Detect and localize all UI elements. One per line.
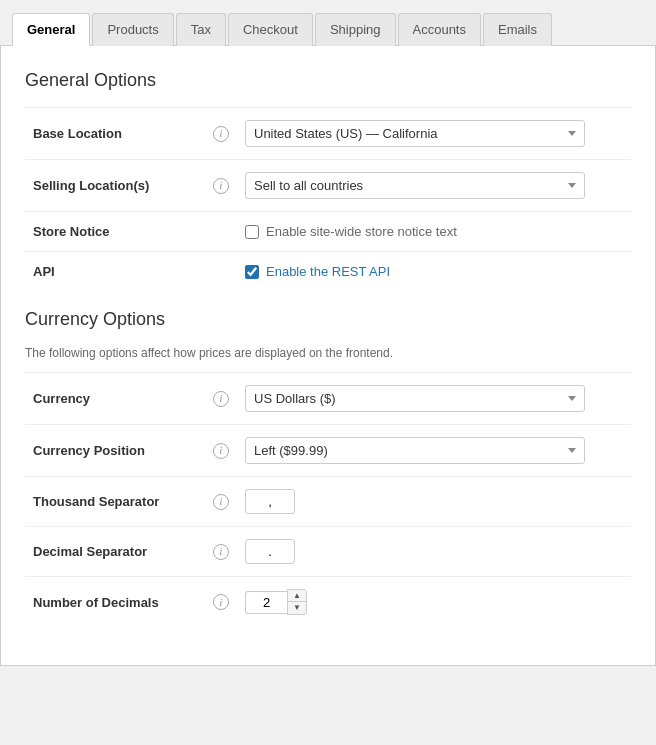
- general-options-table: Base Location i United States (US) — Cal…: [25, 107, 631, 291]
- tab-accounts[interactable]: Accounts: [398, 13, 481, 46]
- decrement-button[interactable]: ▼: [288, 602, 306, 614]
- currency-label: Currency: [25, 373, 205, 425]
- table-row: Store Notice Enable site-wide store noti…: [25, 212, 631, 252]
- selling-locations-help-cell: i: [205, 160, 237, 212]
- table-row: Currency i US Dollars ($): [25, 373, 631, 425]
- api-checkbox-label[interactable]: Enable the REST API: [245, 264, 623, 279]
- number-of-decimals-label: Number of Decimals: [25, 577, 205, 628]
- tab-general[interactable]: General: [12, 13, 90, 46]
- tab-products[interactable]: Products: [92, 13, 173, 46]
- tab-checkout[interactable]: Checkout: [228, 13, 313, 46]
- tab-bar: General Products Tax Checkout Shipping A…: [0, 0, 656, 46]
- table-row: Number of Decimals i ▲ ▼: [25, 577, 631, 628]
- store-notice-input-cell: Enable site-wide store notice text: [237, 212, 631, 252]
- currency-options-title: Currency Options: [25, 309, 631, 330]
- tab-tax[interactable]: Tax: [176, 13, 226, 46]
- thousand-separator-input-cell: [237, 477, 631, 527]
- number-of-decimals-input[interactable]: [245, 591, 287, 614]
- number-of-decimals-help-icon[interactable]: i: [213, 594, 229, 610]
- store-notice-label: Store Notice: [25, 212, 205, 252]
- store-notice-checkbox-label[interactable]: Enable site-wide store notice text: [245, 224, 623, 239]
- number-of-decimals-input-cell: ▲ ▼: [237, 577, 631, 628]
- tab-emails[interactable]: Emails: [483, 13, 552, 46]
- selling-locations-select[interactable]: Sell to all countries: [245, 172, 585, 199]
- base-location-label: Base Location: [25, 108, 205, 160]
- number-of-decimals-help-cell: i: [205, 577, 237, 628]
- spinner-buttons: ▲ ▼: [287, 589, 307, 615]
- number-of-decimals-stepper: ▲ ▼: [245, 589, 623, 615]
- decimal-separator-help-cell: i: [205, 527, 237, 577]
- selling-locations-help-icon[interactable]: i: [213, 178, 229, 194]
- thousand-separator-help-icon[interactable]: i: [213, 494, 229, 510]
- currency-input-cell: US Dollars ($): [237, 373, 631, 425]
- base-location-input-cell: United States (US) — California: [237, 108, 631, 160]
- main-content: General Options Base Location i United S…: [0, 46, 656, 666]
- decimal-separator-input[interactable]: [245, 539, 295, 564]
- currency-options-table: Currency i US Dollars ($) Currency Posit…: [25, 372, 631, 627]
- table-row: Base Location i United States (US) — Cal…: [25, 108, 631, 160]
- thousand-separator-label: Thousand Separator: [25, 477, 205, 527]
- api-help-cell: [205, 252, 237, 292]
- api-checkbox[interactable]: [245, 265, 259, 279]
- store-notice-checkbox-text: Enable site-wide store notice text: [266, 224, 457, 239]
- selling-locations-label: Selling Location(s): [25, 160, 205, 212]
- currency-help-icon[interactable]: i: [213, 391, 229, 407]
- tab-shipping[interactable]: Shipping: [315, 13, 396, 46]
- base-location-select[interactable]: United States (US) — California: [245, 120, 585, 147]
- decimal-separator-label: Decimal Separator: [25, 527, 205, 577]
- decimal-separator-input-cell: [237, 527, 631, 577]
- currency-position-label: Currency Position: [25, 425, 205, 477]
- table-row: Currency Position i Left ($99.99): [25, 425, 631, 477]
- currency-position-help-icon[interactable]: i: [213, 443, 229, 459]
- currency-help-cell: i: [205, 373, 237, 425]
- table-row: Selling Location(s) i Sell to all countr…: [25, 160, 631, 212]
- store-notice-checkbox[interactable]: [245, 225, 259, 239]
- base-location-help-cell: i: [205, 108, 237, 160]
- selling-locations-input-cell: Sell to all countries: [237, 160, 631, 212]
- table-row: Decimal Separator i: [25, 527, 631, 577]
- decimal-separator-help-icon[interactable]: i: [213, 544, 229, 560]
- thousand-separator-help-cell: i: [205, 477, 237, 527]
- currency-position-select[interactable]: Left ($99.99): [245, 437, 585, 464]
- page-wrapper: General Products Tax Checkout Shipping A…: [0, 0, 656, 745]
- general-options-title: General Options: [25, 70, 631, 91]
- currency-select[interactable]: US Dollars ($): [245, 385, 585, 412]
- currency-position-input-cell: Left ($99.99): [237, 425, 631, 477]
- store-notice-help-cell: [205, 212, 237, 252]
- table-row: API Enable the REST API: [25, 252, 631, 292]
- thousand-separator-input[interactable]: [245, 489, 295, 514]
- api-input-cell: Enable the REST API: [237, 252, 631, 292]
- table-row: Thousand Separator i: [25, 477, 631, 527]
- currency-position-help-cell: i: [205, 425, 237, 477]
- api-checkbox-text: Enable the REST API: [266, 264, 390, 279]
- base-location-help-icon[interactable]: i: [213, 126, 229, 142]
- api-label: API: [25, 252, 205, 292]
- increment-button[interactable]: ▲: [288, 590, 306, 602]
- currency-subtitle: The following options affect how prices …: [25, 346, 631, 360]
